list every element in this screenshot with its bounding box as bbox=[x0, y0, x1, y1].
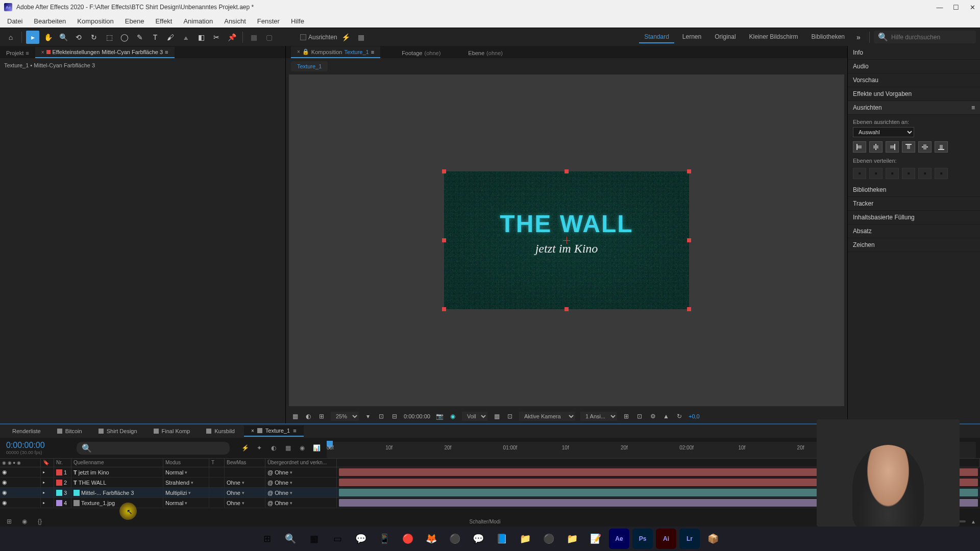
visibility-toggle[interactable]: ◉ bbox=[2, 499, 7, 506]
parent-select[interactable]: Ohne bbox=[275, 490, 288, 496]
viewer-tab-1[interactable]: Footage (ohne) bbox=[396, 48, 447, 58]
menu-fenster[interactable]: Fenster bbox=[252, 16, 285, 27]
track-matte[interactable]: Ohne bbox=[227, 490, 240, 496]
timeline-tab-final-komp[interactable]: Final Komp bbox=[146, 426, 198, 436]
taskbar-messenger[interactable]: 💬 bbox=[468, 529, 488, 549]
blend-mode[interactable]: Normal bbox=[165, 469, 183, 475]
timeline-tab-renderliste[interactable]: Renderliste bbox=[5, 426, 48, 436]
visibility-toggle[interactable]: ◉ bbox=[2, 469, 7, 475]
switches-modes-toggle[interactable]: Schalter/Modi bbox=[469, 519, 500, 524]
close-icon[interactable]: × bbox=[251, 428, 254, 434]
selection-handle[interactable] bbox=[442, 307, 446, 311]
zoom-in-icon[interactable]: ▲ bbox=[971, 519, 976, 524]
taskbar-search[interactable]: 🔍 bbox=[280, 529, 301, 549]
selection-handle[interactable] bbox=[687, 169, 691, 173]
blend-mode[interactable]: Strahlend bbox=[165, 480, 189, 486]
blend-mode[interactable]: Normal bbox=[165, 500, 183, 506]
taskbar-ae[interactable]: Ae bbox=[609, 529, 629, 549]
workspace-standard[interactable]: Standard bbox=[639, 31, 674, 43]
label-color[interactable] bbox=[56, 490, 62, 496]
anchor-point-icon[interactable] bbox=[563, 237, 570, 244]
align-hcenter-button[interactable] bbox=[869, 141, 883, 153]
frame-blend-icon[interactable]: ▦ bbox=[283, 443, 293, 453]
panel-tracker[interactable]: Tracker bbox=[848, 197, 980, 211]
taskbar-taskview[interactable]: ▦ bbox=[304, 529, 324, 549]
align-vcenter-button[interactable] bbox=[918, 141, 932, 153]
canvas[interactable]: THE WALL jetzt im Kino bbox=[289, 74, 844, 406]
composition-preview[interactable]: THE WALL jetzt im Kino bbox=[444, 171, 689, 309]
camera-tool[interactable]: ⬚ bbox=[103, 31, 116, 44]
text-tool[interactable]: T bbox=[149, 31, 162, 44]
track-matte[interactable]: Ohne bbox=[227, 500, 240, 506]
selection-handle[interactable] bbox=[442, 169, 446, 173]
selection-handle[interactable] bbox=[565, 169, 569, 173]
help-search[interactable]: 🔍 bbox=[874, 31, 976, 43]
workspace-original[interactable]: Original bbox=[709, 31, 741, 43]
view-icon3[interactable]: ⚙ bbox=[649, 412, 657, 420]
expand-icon[interactable]: ▸ bbox=[43, 500, 45, 505]
footer-timecode[interactable]: 0:00:00:00 bbox=[404, 413, 430, 419]
menu-komposition[interactable]: Komposition bbox=[72, 16, 119, 27]
resolution-select[interactable]: Voll bbox=[462, 412, 487, 421]
layer-name[interactable]: Mittel-... Farbfläche 3 bbox=[81, 490, 134, 496]
selection-handle[interactable] bbox=[565, 307, 569, 311]
align-top-button[interactable] bbox=[902, 141, 915, 153]
visibility-toggle[interactable]: ◉ bbox=[2, 489, 7, 496]
taskbar-notepad[interactable]: 📝 bbox=[585, 529, 606, 549]
timeline-search[interactable]: 🔍 bbox=[77, 442, 230, 455]
grid-icon[interactable]: ▦ bbox=[291, 412, 299, 420]
viewer-tab-0[interactable]: × 🔒 Komposition Texture_1 ≡ bbox=[291, 46, 380, 58]
left-tab-0[interactable]: Projekt ≡ bbox=[0, 48, 35, 58]
align-right-button[interactable] bbox=[886, 141, 899, 153]
viewer-tab-2[interactable]: Ebene (ohne) bbox=[462, 48, 509, 58]
align-to-select[interactable]: Auswahl bbox=[853, 127, 914, 137]
timeline-tab-shirt-design[interactable]: Shirt Design bbox=[91, 426, 144, 436]
guides-icon[interactable]: ⊞ bbox=[317, 412, 326, 420]
expand-icon[interactable]: ▸ bbox=[43, 470, 45, 474]
taskbar-app1[interactable]: ▭ bbox=[327, 529, 348, 549]
label-color[interactable] bbox=[56, 469, 62, 475]
panel-vorschau[interactable]: Vorschau bbox=[848, 73, 980, 87]
menu-ebene[interactable]: Ebene bbox=[120, 16, 150, 27]
taskbar-app4[interactable]: 📦 bbox=[703, 529, 723, 549]
expand-icon[interactable]: ▸ bbox=[43, 490, 45, 495]
taskbar-teams[interactable]: 💬 bbox=[351, 529, 371, 549]
timeline-search-input[interactable] bbox=[95, 445, 225, 451]
exposure-value[interactable]: +0,0 bbox=[689, 413, 700, 419]
visibility-toggle[interactable]: ◉ bbox=[2, 479, 7, 486]
lock-icon[interactable]: 🔒 bbox=[302, 48, 309, 55]
track-matte[interactable]: Ohne bbox=[227, 480, 240, 486]
workspace-lernen[interactable]: Lernen bbox=[677, 31, 706, 43]
rotate-tool[interactable]: ↻ bbox=[87, 31, 101, 44]
zoom-select[interactable]: 25% bbox=[331, 412, 359, 421]
workspace-kleiner-bildschirm[interactable]: Kleiner Bildschirm bbox=[744, 31, 803, 43]
roi-icon[interactable]: ⊟ bbox=[390, 412, 399, 420]
menu-effekt[interactable]: Effekt bbox=[150, 16, 177, 27]
blend-mode[interactable]: Multiplizi bbox=[165, 490, 187, 496]
motion-blur-icon[interactable]: ◉ bbox=[297, 443, 307, 453]
taskbar-ai[interactable]: Ai bbox=[656, 529, 676, 549]
brush-tool[interactable]: 🖌 bbox=[164, 31, 177, 44]
taskbar-files[interactable]: 📁 bbox=[515, 529, 535, 549]
panel-bibliotheken[interactable]: Bibliotheken bbox=[848, 183, 980, 197]
parent-pickwhip-icon[interactable]: @ bbox=[267, 480, 273, 486]
parent-pickwhip-icon[interactable]: @ bbox=[267, 500, 273, 506]
parent-pickwhip-icon[interactable]: @ bbox=[267, 490, 273, 496]
maximize-button[interactable]: ☐ bbox=[952, 4, 960, 11]
parent-select[interactable]: Ohne bbox=[275, 500, 288, 506]
panel-menu-icon[interactable]: ≡ bbox=[371, 49, 374, 55]
panel-menu-icon[interactable]: ≡ bbox=[971, 104, 975, 111]
stroke-swatch[interactable]: ▢ bbox=[262, 31, 276, 44]
menu-ansicht[interactable]: Ansicht bbox=[219, 16, 251, 27]
panel-menu-icon[interactable]: ≡ bbox=[26, 50, 29, 56]
label-color[interactable] bbox=[56, 480, 62, 486]
layer-name[interactable]: jetzt im Kino bbox=[79, 469, 109, 475]
eraser-tool[interactable]: ◧ bbox=[194, 31, 208, 44]
panel-zeichen[interactable]: Zeichen bbox=[848, 238, 980, 252]
align-bottom-button[interactable] bbox=[935, 141, 948, 153]
resolution-icon[interactable]: ⊡ bbox=[377, 412, 385, 420]
hand-tool[interactable]: ✋ bbox=[41, 31, 55, 44]
clone-tool[interactable]: ⟁ bbox=[179, 31, 192, 44]
left-tab-1[interactable]: × Effekteinstellungen Mittel-Cyan Farbfl… bbox=[35, 47, 175, 58]
menu-datei[interactable]: Datei bbox=[2, 16, 28, 27]
